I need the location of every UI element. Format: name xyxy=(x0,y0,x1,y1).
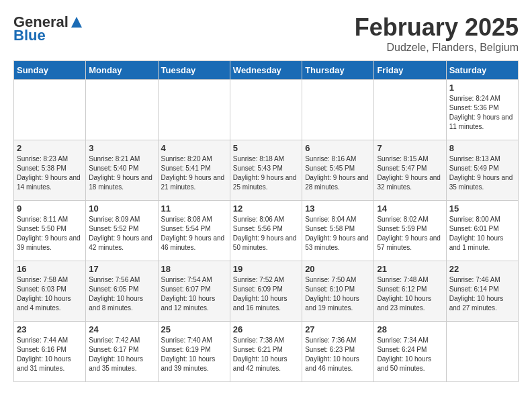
day-number: 21 xyxy=(377,264,443,274)
day-number: 8 xyxy=(449,143,515,153)
calendar-cell: 26Sunrise: 7:38 AM Sunset: 6:21 PM Dayli… xyxy=(230,322,302,382)
calendar-cell: 1Sunrise: 8:24 AM Sunset: 5:36 PM Daylig… xyxy=(446,80,518,140)
calendar-cell: 16Sunrise: 7:58 AM Sunset: 6:03 PM Dayli… xyxy=(14,261,86,322)
day-info: Sunrise: 8:18 AM Sunset: 5:43 PM Dayligh… xyxy=(233,154,299,192)
day-info: Sunrise: 8:23 AM Sunset: 5:38 PM Dayligh… xyxy=(17,154,83,192)
day-number: 2 xyxy=(17,143,83,153)
calendar-cell: 15Sunrise: 8:00 AM Sunset: 6:01 PM Dayli… xyxy=(446,201,518,261)
day-info: Sunrise: 8:00 AM Sunset: 6:01 PM Dayligh… xyxy=(449,215,515,253)
calendar-cell xyxy=(302,80,374,140)
calendar-week-row: 2Sunrise: 8:23 AM Sunset: 5:38 PM Daylig… xyxy=(14,140,519,201)
day-number: 5 xyxy=(233,143,299,153)
weekday-friday: Friday xyxy=(374,61,446,80)
calendar-cell: 13Sunrise: 8:04 AM Sunset: 5:58 PM Dayli… xyxy=(302,201,374,261)
day-info: Sunrise: 8:08 AM Sunset: 5:54 PM Dayligh… xyxy=(161,215,227,253)
title-block: February 2025 Dudzele, Flanders, Belgium xyxy=(355,13,519,54)
day-info: Sunrise: 7:56 AM Sunset: 6:05 PM Dayligh… xyxy=(89,275,154,313)
day-info: Sunrise: 8:24 AM Sunset: 5:36 PM Dayligh… xyxy=(449,94,515,132)
logo: General Blue xyxy=(13,13,83,44)
day-info: Sunrise: 7:48 AM Sunset: 6:12 PM Dayligh… xyxy=(377,275,443,313)
day-info: Sunrise: 8:20 AM Sunset: 5:41 PM Dayligh… xyxy=(161,154,227,192)
day-info: Sunrise: 8:04 AM Sunset: 5:58 PM Dayligh… xyxy=(305,215,371,253)
weekday-monday: Monday xyxy=(86,61,158,80)
day-info: Sunrise: 7:54 AM Sunset: 6:07 PM Dayligh… xyxy=(161,275,227,313)
day-number: 17 xyxy=(89,264,154,274)
day-number: 3 xyxy=(89,143,154,153)
calendar-cell: 23Sunrise: 7:44 AM Sunset: 6:16 PM Dayli… xyxy=(14,322,86,382)
calendar-cell xyxy=(446,322,518,382)
calendar-cell xyxy=(158,80,230,140)
day-info: Sunrise: 7:44 AM Sunset: 6:16 PM Dayligh… xyxy=(17,336,83,373)
calendar-cell xyxy=(14,80,86,140)
day-number: 25 xyxy=(161,324,227,334)
calendar-cell: 25Sunrise: 7:40 AM Sunset: 6:19 PM Dayli… xyxy=(158,322,230,382)
day-info: Sunrise: 7:34 AM Sunset: 6:24 PM Dayligh… xyxy=(377,336,443,373)
logo-icon xyxy=(70,15,83,29)
location: Dudzele, Flanders, Belgium xyxy=(355,42,519,54)
weekday-header-row: SundayMondayTuesdayWednesdayThursdayFrid… xyxy=(14,61,519,80)
day-number: 1 xyxy=(449,83,515,93)
svg-marker-0 xyxy=(71,17,82,28)
weekday-tuesday: Tuesday xyxy=(158,61,230,80)
calendar-body: 1Sunrise: 8:24 AM Sunset: 5:36 PM Daylig… xyxy=(14,80,519,382)
calendar-week-row: 9Sunrise: 8:11 AM Sunset: 5:50 PM Daylig… xyxy=(14,201,519,261)
calendar-cell: 5Sunrise: 8:18 AM Sunset: 5:43 PM Daylig… xyxy=(230,140,302,201)
day-info: Sunrise: 8:11 AM Sunset: 5:50 PM Dayligh… xyxy=(17,215,83,253)
calendar-cell: 28Sunrise: 7:34 AM Sunset: 6:24 PM Dayli… xyxy=(374,322,446,382)
calendar-week-row: 23Sunrise: 7:44 AM Sunset: 6:16 PM Dayli… xyxy=(14,322,519,382)
calendar-cell: 2Sunrise: 8:23 AM Sunset: 5:38 PM Daylig… xyxy=(14,140,86,201)
weekday-sunday: Sunday xyxy=(14,61,86,80)
day-info: Sunrise: 8:06 AM Sunset: 5:56 PM Dayligh… xyxy=(233,215,299,253)
day-number: 28 xyxy=(377,324,443,334)
day-number: 27 xyxy=(305,324,371,334)
day-number: 16 xyxy=(17,264,83,274)
calendar-cell: 21Sunrise: 7:48 AM Sunset: 6:12 PM Dayli… xyxy=(374,261,446,322)
day-info: Sunrise: 7:36 AM Sunset: 6:23 PM Dayligh… xyxy=(305,336,371,373)
day-number: 10 xyxy=(89,203,154,214)
calendar-cell xyxy=(374,80,446,140)
calendar-cell: 11Sunrise: 8:08 AM Sunset: 5:54 PM Dayli… xyxy=(158,201,230,261)
day-info: Sunrise: 8:15 AM Sunset: 5:47 PM Dayligh… xyxy=(377,154,443,192)
calendar-cell: 3Sunrise: 8:21 AM Sunset: 5:40 PM Daylig… xyxy=(86,140,158,201)
month-title: February 2025 xyxy=(355,13,519,42)
calendar-cell: 12Sunrise: 8:06 AM Sunset: 5:56 PM Dayli… xyxy=(230,201,302,261)
calendar-cell: 6Sunrise: 8:16 AM Sunset: 5:45 PM Daylig… xyxy=(302,140,374,201)
calendar-table: SundayMondayTuesdayWednesdayThursdayFrid… xyxy=(13,60,519,382)
day-number: 7 xyxy=(377,143,443,153)
day-info: Sunrise: 8:13 AM Sunset: 5:49 PM Dayligh… xyxy=(449,154,515,192)
day-info: Sunrise: 7:46 AM Sunset: 6:14 PM Dayligh… xyxy=(449,275,515,313)
day-number: 19 xyxy=(233,264,299,274)
day-number: 15 xyxy=(449,203,515,214)
calendar-cell: 24Sunrise: 7:42 AM Sunset: 6:17 PM Dayli… xyxy=(86,322,158,382)
day-number: 4 xyxy=(161,143,227,153)
calendar-cell: 18Sunrise: 7:54 AM Sunset: 6:07 PM Dayli… xyxy=(158,261,230,322)
calendar-cell: 19Sunrise: 7:52 AM Sunset: 6:09 PM Dayli… xyxy=(230,261,302,322)
day-number: 23 xyxy=(17,324,83,334)
calendar-week-row: 1Sunrise: 8:24 AM Sunset: 5:36 PM Daylig… xyxy=(14,80,519,140)
day-number: 6 xyxy=(305,143,371,153)
calendar-cell: 4Sunrise: 8:20 AM Sunset: 5:41 PM Daylig… xyxy=(158,140,230,201)
weekday-saturday: Saturday xyxy=(446,61,518,80)
day-number: 20 xyxy=(305,264,371,274)
day-info: Sunrise: 7:50 AM Sunset: 6:10 PM Dayligh… xyxy=(305,275,371,313)
day-number: 24 xyxy=(89,324,154,334)
day-number: 18 xyxy=(161,264,227,274)
calendar-cell: 8Sunrise: 8:13 AM Sunset: 5:49 PM Daylig… xyxy=(446,140,518,201)
logo-blue-text: Blue xyxy=(13,27,46,44)
day-info: Sunrise: 8:02 AM Sunset: 5:59 PM Dayligh… xyxy=(377,215,443,253)
day-info: Sunrise: 8:21 AM Sunset: 5:40 PM Dayligh… xyxy=(89,154,154,192)
calendar-cell: 17Sunrise: 7:56 AM Sunset: 6:05 PM Dayli… xyxy=(86,261,158,322)
day-number: 14 xyxy=(377,203,443,214)
day-number: 22 xyxy=(449,264,515,274)
calendar-cell: 7Sunrise: 8:15 AM Sunset: 5:47 PM Daylig… xyxy=(374,140,446,201)
weekday-wednesday: Wednesday xyxy=(230,61,302,80)
calendar-cell xyxy=(86,80,158,140)
calendar-cell: 20Sunrise: 7:50 AM Sunset: 6:10 PM Dayli… xyxy=(302,261,374,322)
day-number: 9 xyxy=(17,203,83,214)
day-info: Sunrise: 7:52 AM Sunset: 6:09 PM Dayligh… xyxy=(233,275,299,313)
calendar-cell: 22Sunrise: 7:46 AM Sunset: 6:14 PM Dayli… xyxy=(446,261,518,322)
day-number: 12 xyxy=(233,203,299,214)
day-number: 26 xyxy=(233,324,299,334)
calendar-week-row: 16Sunrise: 7:58 AM Sunset: 6:03 PM Dayli… xyxy=(14,261,519,322)
day-info: Sunrise: 8:16 AM Sunset: 5:45 PM Dayligh… xyxy=(305,154,371,192)
